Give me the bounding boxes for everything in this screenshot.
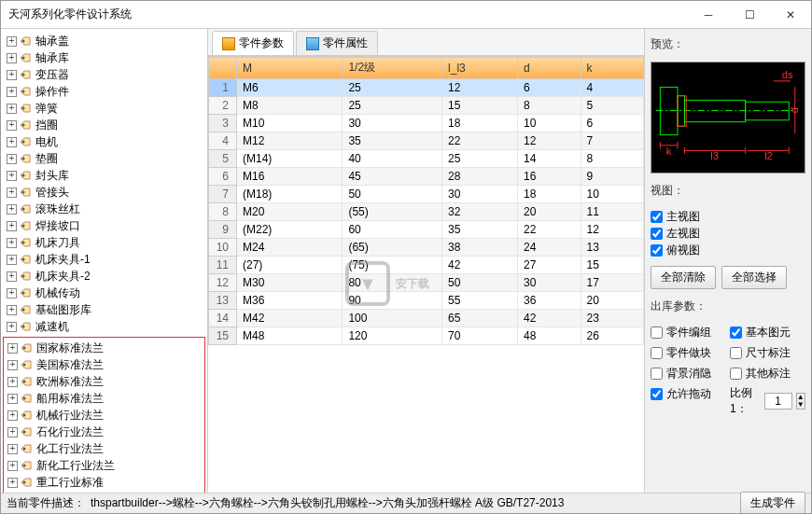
table-row[interactable]: 4M123522127 (209, 132, 644, 150)
chk-group[interactable]: 零件编组 (651, 324, 726, 340)
col-header[interactable]: 1/2级 (343, 57, 442, 79)
tree-item[interactable]: +减速机 (3, 318, 205, 335)
table-row[interactable]: 8M20(55)322011 (209, 203, 644, 221)
chk-bg[interactable]: 背景消隐 (651, 365, 726, 382)
tree-item[interactable]: +焊接坡口 (3, 217, 205, 234)
expand-icon[interactable]: + (7, 188, 17, 198)
maximize-button[interactable]: ☐ (729, 2, 770, 28)
tree-item[interactable]: +机床夹具-1 (3, 251, 205, 268)
tree-item[interactable]: +弹簧 (3, 100, 205, 117)
ratio-input[interactable] (764, 393, 792, 410)
tree-item[interactable]: +美国标准法兰 (4, 356, 204, 373)
table-row[interactable]: 3M103018106 (209, 115, 644, 132)
tree-item[interactable]: +新化工行业法兰 (4, 457, 204, 474)
preview-canvas[interactable]: k l3 l2 d ds (651, 62, 805, 174)
tree-item[interactable]: +轴承盖 (3, 33, 205, 49)
expand-icon[interactable]: + (7, 427, 18, 438)
tree-item[interactable]: +机械传动 (3, 285, 205, 301)
tree-item[interactable]: +化工行业法兰 (4, 440, 204, 457)
tab-props[interactable]: 零件属性 (296, 31, 378, 55)
expand-icon[interactable]: + (7, 461, 18, 471)
table-row[interactable]: 14M42100654223 (209, 310, 644, 327)
expand-icon[interactable]: + (7, 343, 18, 354)
table-row[interactable]: 5(M14)4025148 (209, 150, 644, 168)
expand-icon[interactable]: + (7, 410, 18, 421)
table-row[interactable]: 12M3080503017 (209, 274, 644, 292)
table-row[interactable]: 6M164528169 (209, 168, 644, 186)
expand-icon[interactable]: + (7, 36, 17, 47)
expand-icon[interactable]: + (7, 322, 17, 332)
expand-icon[interactable]: + (7, 377, 18, 387)
expand-icon[interactable]: + (7, 53, 17, 63)
expand-icon[interactable]: + (7, 70, 17, 80)
clear-all-button[interactable]: 全部清除 (651, 266, 716, 289)
table-row[interactable]: 2M8251585 (209, 97, 644, 115)
view-checkbox[interactable]: 俯视图 (651, 242, 805, 258)
expand-icon[interactable]: + (7, 305, 17, 315)
tree-item[interactable]: +管接头 (3, 184, 205, 201)
expand-icon[interactable]: + (7, 104, 17, 114)
tree-item[interactable]: +操作件 (3, 83, 205, 100)
rownum-header[interactable] (209, 57, 237, 79)
tree-item[interactable]: +国家标准法兰 (4, 340, 204, 356)
tree-item[interactable]: +机床夹具-2 (3, 268, 205, 285)
tree-item[interactable]: +电机 (3, 133, 205, 150)
expand-icon[interactable]: + (7, 87, 17, 97)
expand-icon[interactable]: + (7, 221, 17, 231)
tree-panel[interactable]: +轴承盖+轴承库+变压器+操作件+弹簧+挡圈+电机+垫圈+封头库+管接头+滚珠丝… (1, 29, 208, 493)
col-header[interactable]: k (581, 57, 643, 79)
tree-item[interactable]: +滚珠丝杠 (3, 201, 205, 217)
expand-icon[interactable]: + (7, 271, 17, 282)
tree-item[interactable]: +机床刀具 (3, 234, 205, 251)
expand-icon[interactable]: + (7, 154, 17, 164)
tree-item[interactable]: +变压器 (3, 66, 205, 83)
col-header[interactable]: l_l3 (442, 57, 518, 79)
view-checkbox[interactable]: 左视图 (651, 225, 805, 242)
expand-icon[interactable]: + (7, 394, 18, 404)
view-checkbox[interactable]: 主视图 (651, 208, 805, 225)
chk-drag[interactable]: 允许拖动 (651, 385, 726, 402)
chk-basic[interactable]: 基本图元 (730, 324, 805, 340)
expand-icon[interactable]: + (7, 288, 17, 299)
expand-icon[interactable]: + (7, 444, 18, 454)
expand-icon[interactable]: + (7, 255, 17, 265)
tree-item[interactable]: +石化行业法兰 (4, 424, 204, 440)
grid-scroll[interactable]: M1/2级l_l3dk 1M62512642M82515853M10301810… (208, 56, 644, 493)
chk-dim[interactable]: 尺寸标注 (730, 344, 805, 361)
minimize-button[interactable]: ─ (688, 2, 729, 28)
col-header[interactable]: M (237, 57, 343, 79)
chk-block[interactable]: 零件做块 (651, 344, 726, 361)
table-row[interactable]: 13M3690553620 (209, 292, 644, 310)
tree-item[interactable]: +机械行业法兰 (4, 407, 204, 424)
chk-other[interactable]: 其他标注 (730, 365, 805, 382)
tree-label: 滚珠丝杠 (35, 201, 80, 217)
col-header[interactable]: d (518, 57, 581, 79)
tree-item[interactable]: +挡圈 (3, 117, 205, 133)
tree-item[interactable]: +封头库 (3, 167, 205, 184)
expand-icon[interactable]: + (7, 204, 17, 215)
expand-icon[interactable]: + (7, 120, 17, 131)
generate-button[interactable]: 生成零件 (740, 492, 805, 514)
table-row[interactable]: 1M6251264 (209, 79, 644, 97)
param-table[interactable]: M1/2级l_l3dk 1M62512642M82515853M10301810… (208, 56, 644, 345)
expand-icon[interactable]: + (7, 238, 17, 248)
close-button[interactable]: ✕ (770, 2, 811, 28)
expand-icon[interactable]: + (7, 478, 18, 488)
table-row[interactable]: 15M48120704826 (209, 327, 644, 345)
table-row[interactable]: 11(27)(75)422715 (209, 257, 644, 274)
select-all-button[interactable]: 全部选择 (721, 266, 787, 289)
ratio-spinner[interactable]: ▲▼ (796, 393, 805, 410)
expand-icon[interactable]: + (7, 137, 17, 147)
tree-item[interactable]: +基础图形库 (3, 301, 205, 318)
tree-item[interactable]: +欧洲标准法兰 (4, 373, 204, 390)
table-row[interactable]: 7(M18)50301810 (209, 186, 644, 203)
table-row[interactable]: 10M24(65)382413 (209, 239, 644, 257)
tree-item[interactable]: +垫圈 (3, 150, 205, 167)
tree-item[interactable]: +重工行业标准 (4, 474, 204, 491)
expand-icon[interactable]: + (7, 360, 18, 370)
tab-params[interactable]: 零件参数 (212, 31, 294, 55)
table-row[interactable]: 9(M22)60352212 (209, 221, 644, 239)
expand-icon[interactable]: + (7, 171, 17, 181)
tree-item[interactable]: +轴承库 (3, 49, 205, 66)
tree-item[interactable]: +船用标准法兰 (4, 390, 204, 407)
